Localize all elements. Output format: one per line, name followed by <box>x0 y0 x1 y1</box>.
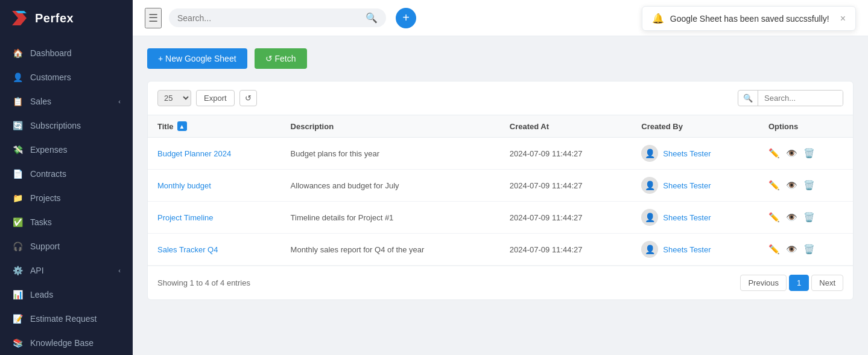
hamburger-button[interactable]: ☰ <box>145 8 162 28</box>
search-icon[interactable]: 🔍 <box>366 12 378 24</box>
cell-created-by-0: 👤 Sheets Tester <box>632 138 759 170</box>
subscriptions-icon: 🔄 <box>12 120 23 131</box>
title-link-0[interactable]: Budget Planner 2024 <box>157 149 231 158</box>
table-card: 25 10 50 100 Export ↺ 🔍 <box>147 81 854 300</box>
sidebar-item-tasks[interactable]: ✅ Tasks <box>0 210 133 234</box>
main-content: ☰ 🔍 + 🔔 Google Sheet has been saved succ… <box>133 0 868 355</box>
expenses-icon: 💸 <box>12 144 23 155</box>
sidebar-item-label: Sales <box>30 97 51 106</box>
sidebar-item-subscriptions[interactable]: 🔄 Subscriptions <box>0 114 133 138</box>
cell-description-1: Allowances and budget for July <box>281 170 500 202</box>
table-footer: Showing 1 to 4 of 4 entries Previous 1 N… <box>148 266 853 299</box>
view-button-1[interactable]: 👁️ <box>786 180 797 191</box>
view-button-3[interactable]: 👁️ <box>786 244 797 255</box>
sidebar-item-label: Customers <box>30 72 71 82</box>
edit-button-0[interactable]: ✏️ <box>768 148 780 159</box>
action-bar: + New Google Sheet ↺ Fetch <box>147 48 854 69</box>
notification-bell-icon: 🔔 <box>652 13 664 24</box>
sidebar-item-support[interactable]: 🎧 Support <box>0 234 133 258</box>
fetch-button[interactable]: ↺ Fetch <box>255 48 307 69</box>
cell-description-0: Budget plans for this year <box>281 138 500 170</box>
table-row: Sales Tracker Q4 Monthly sales report fo… <box>148 234 853 266</box>
sidebar-item-knowledge-base[interactable]: 📚 Knowledge Base <box>0 331 133 355</box>
table-row: Budget Planner 2024 Budget plans for thi… <box>148 138 853 170</box>
header-search-container: 🔍 <box>169 8 386 27</box>
sidebar-item-estimate-request[interactable]: 📝 Estimate Request <box>0 307 133 331</box>
user-name-1[interactable]: Sheets Tester <box>663 181 711 190</box>
showing-text: Showing 1 to 4 of 4 entries <box>157 278 250 287</box>
cell-description-2: Timeline details for Project #1 <box>281 202 500 234</box>
edit-button-2[interactable]: ✏️ <box>768 212 780 223</box>
cell-created-by-3: 👤 Sheets Tester <box>632 234 759 266</box>
chevron-left-icon: ‹ <box>118 267 121 274</box>
knowledge-base-icon: 📚 <box>12 337 23 348</box>
delete-button-1[interactable]: 🗑️ <box>803 180 815 191</box>
cell-created-by-1: 👤 Sheets Tester <box>632 170 759 202</box>
user-name-3[interactable]: Sheets Tester <box>663 245 711 254</box>
title-link-1[interactable]: Monthly budget <box>157 181 211 190</box>
table-row: Monthly budget Allowances and budget for… <box>148 170 853 202</box>
cell-title-1: Monthly budget <box>148 170 281 202</box>
sort-icon[interactable]: ▲ <box>177 121 187 131</box>
sidebar-item-contracts[interactable]: 📄 Contracts <box>0 162 133 186</box>
chevron-left-icon: ‹ <box>118 98 121 105</box>
data-table: Title ▲ Description Created At Created B… <box>148 115 853 266</box>
support-icon: 🎧 <box>12 241 23 252</box>
new-google-sheet-button[interactable]: + New Google Sheet <box>147 48 247 69</box>
sidebar-item-projects[interactable]: 📁 Projects <box>0 186 133 210</box>
table-search-container: 🔍 <box>738 90 843 106</box>
sidebar-item-label: Projects <box>30 193 61 203</box>
user-name-2[interactable]: Sheets Tester <box>663 213 711 222</box>
column-created-by: Created By <box>632 115 759 138</box>
tasks-icon: ✅ <box>12 217 23 228</box>
sidebar-item-dashboard[interactable]: 🏠 Dashboard <box>0 41 133 65</box>
sales-icon: 📋 <box>12 96 23 107</box>
table-row: Project Timeline Timeline details for Pr… <box>148 202 853 234</box>
notification-close-icon[interactable]: × <box>840 13 846 24</box>
sidebar-item-label: Subscriptions <box>30 121 81 130</box>
sidebar-item-label: Leads <box>30 290 53 299</box>
refresh-button[interactable]: ↺ <box>239 90 257 106</box>
table-search-input[interactable] <box>758 91 843 106</box>
previous-button[interactable]: Previous <box>740 275 787 291</box>
per-page-select[interactable]: 25 10 50 100 <box>157 90 191 106</box>
avatar-0: 👤 <box>641 145 658 162</box>
add-button[interactable]: + <box>396 8 416 28</box>
sidebar-item-api[interactable]: ⚙️ API ‹ <box>0 258 133 283</box>
sidebar-item-sales[interactable]: 📋 Sales ‹ <box>0 89 133 114</box>
notification-text: Google Sheet has been saved succssfully! <box>670 14 829 24</box>
sidebar-item-leads[interactable]: 📊 Leads <box>0 283 133 307</box>
delete-button-3[interactable]: 🗑️ <box>803 244 815 255</box>
header-search-input[interactable] <box>177 13 361 23</box>
column-options: Options <box>759 115 853 138</box>
cell-title-3: Sales Tracker Q4 <box>148 234 281 266</box>
sidebar-item-label: Dashboard <box>30 48 72 58</box>
delete-button-2[interactable]: 🗑️ <box>803 212 815 223</box>
page-1-button[interactable]: 1 <box>789 275 809 291</box>
sidebar-item-label: Expenses <box>30 145 67 155</box>
edit-button-1[interactable]: ✏️ <box>768 180 780 191</box>
table-search-icon: 🔍 <box>738 91 758 106</box>
view-button-0[interactable]: 👁️ <box>786 148 797 159</box>
title-link-3[interactable]: Sales Tracker Q4 <box>157 245 218 254</box>
cell-options-0: ✏️ 👁️ 🗑️ <box>759 138 853 170</box>
sidebar-item-label: API <box>30 266 44 275</box>
view-button-2[interactable]: 👁️ <box>786 212 797 223</box>
dashboard-icon: 🏠 <box>12 48 23 59</box>
api-icon: ⚙️ <box>12 265 23 276</box>
next-button[interactable]: Next <box>811 275 843 291</box>
delete-button-0[interactable]: 🗑️ <box>803 148 815 159</box>
sidebar-item-label: Knowledge Base <box>30 338 93 348</box>
cell-created-at-1: 2024-07-09 11:44:27 <box>500 170 632 202</box>
user-name-0[interactable]: Sheets Tester <box>663 149 711 158</box>
contracts-icon: 📄 <box>12 168 23 179</box>
sidebar: Perfex 🏠 Dashboard 👤 Customers 📋 Sales ‹… <box>0 0 133 355</box>
sidebar-item-expenses[interactable]: 💸 Expenses <box>0 138 133 162</box>
export-button[interactable]: Export <box>196 90 235 106</box>
edit-button-3[interactable]: ✏️ <box>768 244 780 255</box>
avatar-1: 👤 <box>641 177 658 194</box>
logo-text: Perfex <box>35 11 74 25</box>
sidebar-item-customers[interactable]: 👤 Customers <box>0 65 133 89</box>
title-link-2[interactable]: Project Timeline <box>157 213 213 222</box>
notification-banner: 🔔 Google Sheet has been saved succssfull… <box>642 6 856 31</box>
